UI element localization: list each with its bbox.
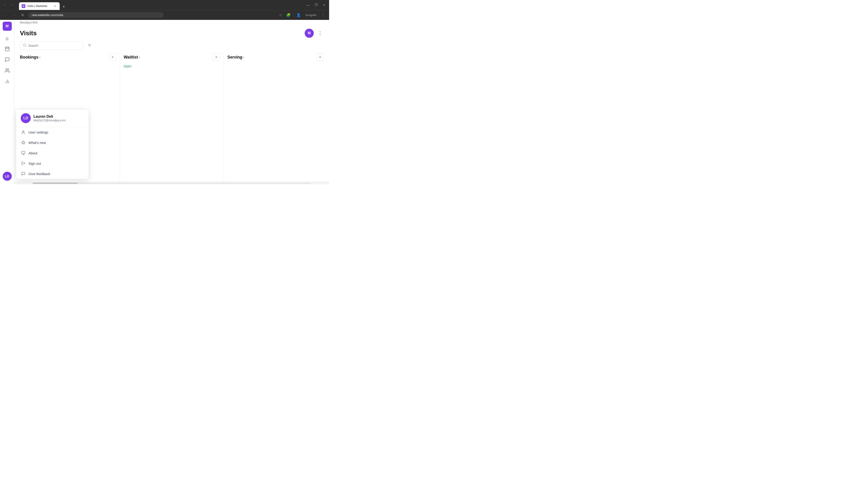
org-badge[interactable]: M	[3, 22, 12, 31]
main-content: Moodjoy7434 Visits M ⋮	[14, 20, 329, 184]
address-input[interactable]: new.waitwhile.com/visits	[28, 12, 164, 18]
back-button[interactable]: ←	[3, 11, 10, 19]
sidebar: M ⌂	[0, 20, 14, 184]
sidebar-nav: ⌂	[2, 33, 12, 172]
window-controls: — ❐ ×	[305, 2, 327, 8]
sidebar-item-analytics[interactable]	[2, 77, 12, 87]
star-icon	[21, 140, 26, 144]
analytics-icon	[5, 79, 10, 85]
svg-point-13	[23, 131, 24, 132]
nav-arrows: ← → ↻	[3, 11, 26, 19]
address-icons: ☆ 🧩 👤 Incognito ⋮	[277, 12, 327, 18]
incognito-button[interactable]: Incognito	[304, 13, 318, 18]
dropdown-username: Lauren Deli	[33, 115, 66, 119]
tab-close-button[interactable]: ×	[53, 4, 57, 8]
sidebar-item-home[interactable]: ⌂	[2, 33, 12, 43]
browser-tabs: M Visits | Waitwhile × +	[19, 0, 67, 10]
dropdown-item-sign-out[interactable]: Sign out	[16, 158, 89, 168]
chat-icon	[5, 57, 10, 63]
tab-title: Visits | Waitwhile	[27, 4, 51, 8]
tab-navigation: ‹ ›	[2, 2, 16, 8]
dropdown-user-info: Lauren Deli ebd1lc37@moodjoy.com	[33, 115, 66, 122]
tab-nav-forward[interactable]: ›	[9, 2, 16, 8]
sidebar-item-calendar[interactable]	[2, 44, 12, 54]
browser-chrome: ‹ › M Visits | Waitwhile × + — ❐ ×	[0, 0, 329, 10]
dropdown-overlay[interactable]: LD Lauren Deli ebd1lc37@moodjoy.com Us	[14, 20, 329, 184]
extension-icon[interactable]: 🧩	[285, 12, 291, 18]
window-maximize[interactable]: ❐	[313, 2, 319, 8]
people-icon	[5, 68, 10, 74]
more-options-icon[interactable]: ⋮	[320, 12, 327, 18]
new-tab-button[interactable]: +	[61, 4, 67, 10]
app: M ⌂	[0, 20, 329, 184]
bookmark-icon[interactable]: ☆	[277, 12, 283, 18]
dropdown-item-give-feedback[interactable]: Give feedback	[16, 168, 89, 179]
svg-rect-0	[5, 47, 9, 51]
tab-favicon: M	[22, 4, 25, 8]
tab-nav-back[interactable]: ‹	[2, 2, 8, 8]
feedback-icon	[21, 172, 26, 176]
dropdown-avatar: LD	[21, 113, 31, 123]
reload-button[interactable]: ↻	[19, 11, 26, 19]
svg-point-4	[6, 68, 7, 70]
about-icon	[21, 151, 26, 155]
window-close[interactable]: ×	[321, 2, 327, 8]
user-avatar-sidebar[interactable]: LD	[3, 172, 12, 181]
active-tab[interactable]: M Visits | Waitwhile ×	[19, 2, 60, 10]
sidebar-item-people[interactable]	[2, 66, 12, 76]
svg-rect-15	[22, 151, 25, 154]
user-settings-icon	[21, 130, 26, 134]
dropdown-item-about[interactable]: About	[16, 148, 89, 158]
svg-marker-14	[22, 141, 25, 144]
dropdown-item-whats-new[interactable]: What's new	[16, 137, 89, 148]
dropdown-email: ebd1lc37@moodjoy.com	[33, 119, 66, 122]
profile-icon[interactable]: 👤	[296, 12, 302, 18]
address-bar: ← → ↻ new.waitwhile.com/visits ☆ 🧩 👤 Inc…	[0, 10, 329, 20]
sidebar-item-messages[interactable]	[2, 55, 12, 65]
dropdown-menu: LD Lauren Deli ebd1lc37@moodjoy.com Us	[16, 109, 89, 179]
forward-button[interactable]: →	[11, 11, 18, 19]
window-minimize[interactable]: —	[305, 2, 311, 8]
sidebar-bottom: LD	[3, 172, 12, 183]
calendar-icon	[5, 46, 10, 53]
sign-out-icon	[21, 161, 26, 165]
dropdown-user-section: LD Lauren Deli ebd1lc37@moodjoy.com	[16, 109, 89, 127]
dropdown-item-user-settings[interactable]: User settings	[16, 127, 89, 137]
home-icon: ⌂	[6, 36, 8, 41]
